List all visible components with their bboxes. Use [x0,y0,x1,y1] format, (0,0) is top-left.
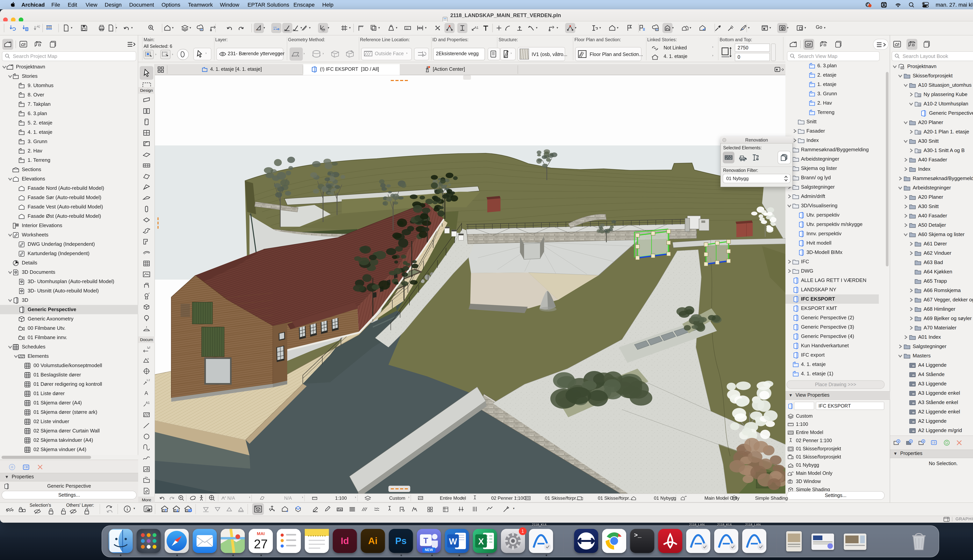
svg-text:on: on [790,473,792,476]
svg-text:(+): (+) [37,25,40,27]
svg-text:T: T [423,536,428,545]
svg-text:A: A [145,390,148,396]
svg-text:W: W [449,537,457,546]
svg-text:1.2: 1.2 [147,346,150,349]
svg-text:12: 12 [406,27,408,30]
svg-text:MAI: MAI [257,531,265,536]
svg-text:X: X [478,537,484,546]
svg-text:A1: A1 [146,401,150,405]
svg-text:A1: A1 [475,26,478,30]
svg-text:27: 27 [254,537,267,551]
svg-text:α: α [147,357,149,360]
svg-text:xyz: xyz [321,29,325,32]
svg-text:1.2: 1.2 [147,379,150,382]
